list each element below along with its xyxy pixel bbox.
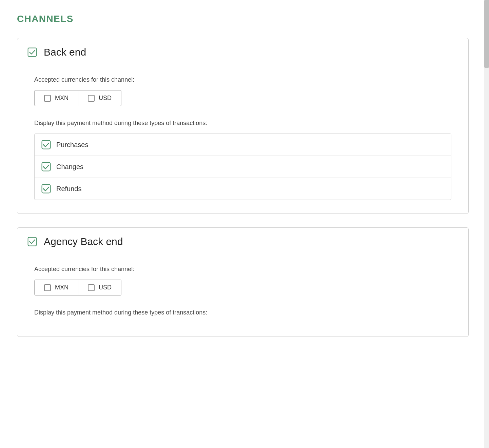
channel-card-back-end: Back endAccepted currencies for this cha… — [17, 38, 469, 214]
currency-checkbox-usd — [88, 95, 95, 102]
channels-container: Back endAccepted currencies for this cha… — [17, 38, 469, 337]
transactions-label-agency-back-end: Display this payment method during these… — [34, 309, 451, 316]
transaction-checked-icon-purchases — [41, 140, 51, 149]
scrollbar-track[interactable] — [484, 0, 489, 448]
currency-btn-agency-back-end-mxn[interactable]: MXN — [34, 280, 78, 296]
currency-btn-back-end-usd[interactable]: USD — [78, 90, 121, 106]
currencies-label-back-end: Accepted currencies for this channel: — [34, 76, 451, 83]
page-header: CHANNELS — [17, 14, 469, 24]
transaction-label-purchases: Purchases — [56, 141, 89, 149]
currency-checkbox-mxn — [44, 95, 51, 102]
channel-checked-icon-back-end — [27, 47, 37, 57]
currency-label-mxn: MXN — [55, 284, 69, 291]
transaction-label-refunds: Refunds — [56, 185, 82, 193]
transaction-item-changes-back-end[interactable]: Changes — [35, 156, 451, 178]
channel-checked-icon-agency-back-end — [27, 237, 37, 246]
currency-label-usd: USD — [99, 284, 112, 291]
currency-btn-agency-back-end-usd[interactable]: USD — [78, 280, 121, 296]
currency-options-agency-back-end: MXNUSD — [34, 280, 451, 296]
channel-name-back-end: Back end — [44, 46, 86, 58]
transaction-item-refunds-back-end[interactable]: Refunds — [35, 178, 451, 200]
transaction-label-changes: Changes — [56, 163, 83, 171]
channel-body-back-end: Accepted currencies for this channel:MXN… — [17, 66, 468, 213]
transaction-item-purchases-back-end[interactable]: Purchases — [35, 134, 451, 156]
channel-name-agency-back-end: Agency Back end — [44, 236, 123, 247]
currencies-label-agency-back-end: Accepted currencies for this channel: — [34, 266, 451, 273]
scrollbar-thumb[interactable] — [484, 0, 489, 68]
channel-header-agency-back-end: Agency Back end — [17, 228, 468, 256]
channel-card-agency-back-end: Agency Back endAccepted currencies for t… — [17, 227, 469, 337]
transactions-label-back-end: Display this payment method during these… — [34, 120, 451, 127]
transaction-types-back-end: Purchases Changes Refunds — [34, 134, 451, 200]
channel-body-agency-back-end: Accepted currencies for this channel:MXN… — [17, 256, 468, 337]
currency-checkbox-mxn — [44, 284, 51, 291]
currency-options-back-end: MXNUSD — [34, 90, 451, 106]
transaction-checked-icon-changes — [41, 162, 51, 171]
channel-header-back-end: Back end — [17, 38, 468, 66]
currency-label-usd: USD — [99, 95, 112, 102]
page-title: CHANNELS — [17, 14, 469, 24]
currency-btn-back-end-mxn[interactable]: MXN — [34, 90, 78, 106]
currency-label-mxn: MXN — [55, 95, 69, 102]
currency-checkbox-usd — [88, 284, 95, 291]
transaction-checked-icon-refunds — [41, 184, 51, 194]
